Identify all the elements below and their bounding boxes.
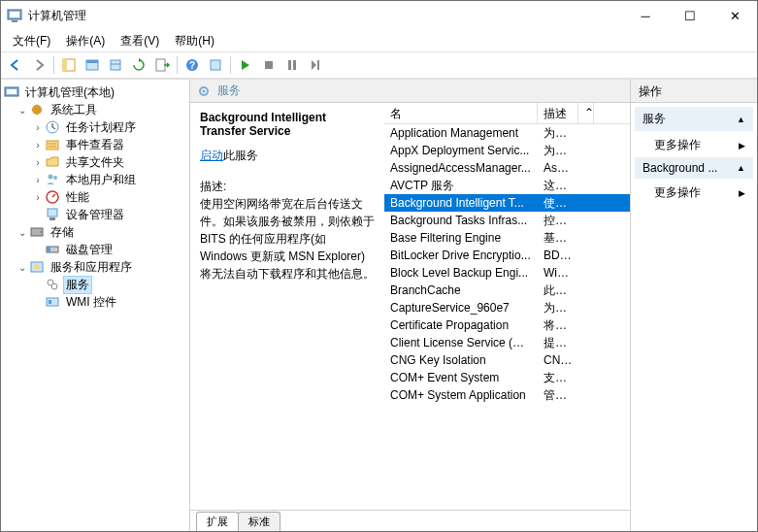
menu-help[interactable]: 帮助(H) [167,31,222,51]
service-name: Base Filtering Engine [384,230,538,246]
service-name: Application Management [384,125,538,141]
svg-rect-9 [156,59,165,71]
action-more-label: 更多操作 [654,137,701,153]
close-button[interactable]: ✕ [712,1,757,30]
action-group-selected-label: Background ... [643,161,717,175]
service-row[interactable]: Certificate Propagation将用... [384,316,630,334]
action-group-label: 服务 [643,111,666,127]
svg-point-40 [203,89,206,92]
description-label: 描述: [200,178,375,195]
service-row[interactable]: Application Management为通... [384,124,630,142]
tabs: 扩展 标准 [190,510,630,531]
start-service-button[interactable] [235,54,256,76]
svg-point-30 [40,231,42,233]
service-row[interactable]: Background Intelligent T...使用... [384,194,630,212]
service-row[interactable]: AppX Deployment Servic...为部... [384,142,630,159]
tree-performance[interactable]: ›性能 [3,188,187,206]
service-desc: Win... [538,265,578,281]
properties-button[interactable] [82,54,103,76]
service-row[interactable]: COM+ Event System支持... [384,369,630,386]
forward-button[interactable] [28,54,49,76]
collapse-icon: ▲ [737,163,745,173]
action-group-services[interactable]: 服务 ▲ [635,107,753,131]
export-button[interactable] [105,54,126,76]
service-name: Background Intelligent T... [384,195,538,211]
nav-tree[interactable]: 计算机管理(本地) ⌄系统工具 ›任务计划程序 ›事件查看器 ›共享文件夹 ›本… [1,80,190,531]
service-row[interactable]: BitLocker Drive Encryptio...BDE... [384,247,630,264]
show-hide-tree-button[interactable] [58,54,80,76]
action-group-selected[interactable]: Background ... ▲ [635,157,753,179]
tree-localusers[interactable]: ›本地用户和组 [3,171,187,188]
tree-servicesapps[interactable]: ⌄服务和应用程序 [3,258,187,276]
collapse-icon: ▲ [737,115,745,124]
export-list-button[interactable] [151,54,173,76]
tree-systools[interactable]: ⌄系统工具 [3,101,187,118]
service-row[interactable]: Block Level Backup Engi...Win... [384,264,630,282]
svg-rect-27 [48,209,57,216]
maximize-button[interactable]: ☐ [668,1,712,30]
window: 计算机管理 ─ ☐ ✕ 文件(F) 操作(A) 查看(V) 帮助(H) ? 计算… [0,0,758,532]
service-name: COM+ Event System [384,370,538,385]
tab-standard[interactable]: 标准 [238,512,280,531]
tree-diskmgmt[interactable]: 磁盘管理 [3,241,187,258]
svg-rect-38 [49,300,51,304]
menu-view[interactable]: 查看(V) [113,31,167,51]
tree-eventviewer[interactable]: ›事件查看器 [3,136,187,153]
service-row[interactable]: Background Tasks Infras...控制... [384,212,630,229]
service-desc: 这是... [538,177,578,195]
column-extra[interactable]: ⌃ [578,103,594,123]
menu-action[interactable]: 操作(A) [58,31,113,51]
tree-taskscheduler[interactable]: ›任务计划程序 [3,118,187,136]
service-row[interactable]: AssignedAccessManager...Assi... [384,159,630,177]
action-more-2[interactable]: 更多操作 ▶ [635,181,753,205]
action-more-1[interactable]: 更多操作 ▶ [635,133,753,157]
service-row[interactable]: Base Filtering Engine基本... [384,229,630,247]
service-desc: 支持... [538,369,578,387]
column-name[interactable]: 名 [384,103,538,123]
svg-rect-21 [47,141,58,150]
tree-sharedfolders[interactable]: ›共享文件夹 [3,153,187,171]
service-row[interactable]: CaptureService_960e7为调... [384,299,630,316]
svg-rect-16 [317,60,319,70]
toolbar-icon-2[interactable] [205,54,226,76]
service-desc: 将用... [538,316,578,335]
svg-rect-18 [7,89,16,94]
svg-rect-4 [63,59,67,71]
pause-service-button[interactable] [258,54,280,76]
service-desc: 为调... [538,299,578,317]
service-desc: 使用... [538,194,578,213]
restart-service-button[interactable] [305,54,326,76]
gear-icon [196,83,212,99]
back-button[interactable] [5,54,26,76]
help-button[interactable]: ? [181,54,203,76]
service-row[interactable]: AVCTP 服务这是... [384,177,630,194]
tab-extended[interactable]: 扩展 [196,512,239,531]
app-icon [7,8,22,23]
titlebar: 计算机管理 ─ ☐ ✕ [1,1,757,30]
minimize-button[interactable]: ─ [623,1,668,30]
service-row[interactable]: CNG Key IsolationCNG... [384,351,630,369]
svg-rect-13 [265,61,273,69]
service-row[interactable]: Client License Service (Cli...提供... [384,334,630,351]
svg-point-24 [49,175,53,180]
svg-rect-2 [12,20,17,22]
tree-devicemanager[interactable]: 设备管理器 [3,206,187,223]
tree-storage[interactable]: ⌄存储 [3,223,187,241]
tree-root[interactable]: 计算机管理(本地) [3,83,187,101]
stop-service-button[interactable] [281,54,303,76]
service-row[interactable]: COM+ System Application管理... [384,386,630,404]
menu-file[interactable]: 文件(F) [5,31,58,51]
service-desc: 控制... [538,212,578,230]
tree-services[interactable]: 服务 [3,276,187,293]
svg-point-19 [32,105,42,115]
svg-point-34 [34,264,40,270]
description-text: 使用空闲网络带宽在后台传送文件。如果该服务被禁用，则依赖于 BITS 的任何应用… [200,195,375,283]
service-row[interactable]: BranchCache此服... [384,282,630,299]
tree-wmi[interactable]: WMI 控件 [3,293,187,311]
refresh-button[interactable] [128,54,149,76]
column-desc[interactable]: 描述 [538,103,578,123]
svg-rect-28 [49,217,55,220]
list-body[interactable]: Application Management为通...AppX Deployme… [384,124,630,510]
start-service-link[interactable]: 启动 [200,149,223,162]
service-desc: CNG... [538,352,578,368]
